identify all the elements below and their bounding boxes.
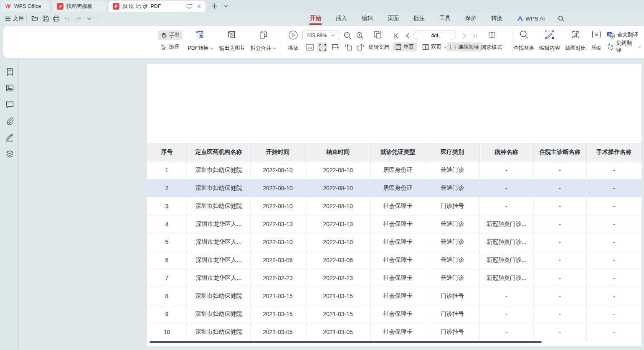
tab-docer-template[interactable]: 找稻壳模板 — [53, 1, 106, 12]
table-cell: 社会保障卡 — [371, 323, 425, 341]
table-cell: 社会保障卡 — [371, 197, 425, 215]
previous-page-button[interactable] — [403, 31, 413, 41]
screenshot-compare-button[interactable]: 截图对比 — [563, 29, 588, 54]
book-icon — [487, 30, 497, 40]
tab-wps-office[interactable]: WPS Office — [1, 1, 49, 12]
play-button[interactable]: 播放 — [284, 29, 302, 54]
table-cell: - — [587, 233, 641, 251]
menu-tab-edit[interactable]: 编辑 — [360, 12, 375, 25]
rotate-pages-icon[interactable] — [373, 30, 383, 40]
table-cell: 社会保障卡 — [371, 251, 425, 269]
menu-tab-convert[interactable]: 转换 — [489, 12, 504, 25]
full-text-translate-button[interactable]: A 字 全文翻译 — [604, 30, 641, 39]
print-icon[interactable] — [51, 13, 62, 23]
pdf-convert-button[interactable]: PDF转换 — [185, 29, 216, 54]
word-translate-button[interactable]: A x 划词翻译 — [604, 42, 644, 51]
table-row: 4深圳市龙华区人...2022-03-132022-03-13社会保障卡普通门诊… — [147, 215, 641, 233]
table-cell: 3 — [147, 197, 187, 215]
divider — [97, 15, 97, 22]
table-cell: 门诊挂号 — [425, 305, 480, 323]
zoom-out-button[interactable] — [342, 31, 352, 41]
find-replace-button[interactable]: 查找替换 — [511, 29, 536, 54]
split-merge-button[interactable]: 拆分合并 — [248, 29, 278, 54]
table-cell: 5 — [147, 233, 187, 251]
open-file-icon[interactable] — [29, 13, 40, 23]
hand-tool-button[interactable]: 手型 — [158, 31, 183, 40]
tab-list-chevron[interactable] — [220, 0, 231, 12]
tab-document-pdf[interactable]: P 就 医 记 录 .PDF — [109, 1, 205, 12]
double-page-button[interactable]: 双页 — [419, 42, 450, 51]
single-page-button[interactable]: 单页 — [393, 42, 417, 51]
table-cell: 2021-03-15 — [305, 287, 371, 305]
table-header-cell: 住院主诊断名称 — [533, 143, 587, 161]
full-translate-icon: A 字 — [607, 31, 615, 38]
next-page-button[interactable] — [459, 31, 469, 41]
quickbar-more-chevron[interactable] — [84, 13, 94, 23]
actual-size-button[interactable]: 1:1 — [305, 42, 315, 52]
divider — [26, 15, 27, 22]
menu-tab-page[interactable]: 页面 — [386, 12, 401, 25]
compress-button[interactable]: 压缩 — [588, 29, 605, 54]
attachments-icon[interactable] — [5, 116, 15, 126]
chevron-down-icon — [638, 46, 641, 48]
read-mode-button[interactable]: 阅读模式 — [481, 44, 502, 51]
first-page-button[interactable] — [391, 31, 401, 41]
table-cell: 深圳市妇幼保健院 — [187, 287, 251, 305]
table-cell: 普通门诊 — [425, 161, 480, 179]
svg-text:字: 字 — [611, 34, 614, 38]
menu-tab-comment[interactable]: 批注 — [412, 12, 426, 25]
table-cell: 2021-03-15 — [305, 305, 371, 323]
menu-tab-home[interactable]: 开始 — [308, 12, 323, 25]
chevron-down-icon — [444, 46, 447, 48]
table-cell: - — [480, 305, 533, 323]
zoom-level-select[interactable]: 105.88% — [302, 31, 339, 40]
layers-icon[interactable] — [5, 149, 15, 159]
page-number-input[interactable]: 4/4 — [413, 31, 456, 40]
screen-share-icon[interactable] — [186, 4, 193, 9]
table-cell: 深圳市妇幼保健院 — [187, 323, 251, 341]
last-page-button[interactable] — [469, 31, 479, 41]
rotate-left-button[interactable] — [343, 42, 353, 52]
fit-page-button[interactable] — [317, 42, 327, 52]
undo-icon[interactable] — [62, 13, 73, 23]
export-as-image-button[interactable]: 输出为图片 — [217, 29, 247, 54]
tab-label: 找稻壳模板 — [66, 3, 93, 10]
table-cell: 2022-03-06 — [251, 251, 305, 269]
menu-tab-wps-ai[interactable]: WPS AI — [515, 12, 547, 25]
table-cell: 深圳市妇幼保健院 — [187, 197, 251, 215]
comments-icon[interactable] — [5, 100, 15, 110]
select-tool-button[interactable]: 选择 — [158, 42, 182, 51]
horizontal-scrollbar[interactable] — [150, 341, 542, 343]
svg-text:x: x — [608, 46, 610, 50]
fit-width-button[interactable] — [330, 42, 340, 52]
save-icon[interactable] — [40, 13, 51, 23]
table-cell: 8 — [147, 287, 187, 305]
table-cell: 2022-03-10 — [251, 233, 305, 251]
signature-pen-icon[interactable] — [5, 132, 15, 142]
rotate-doc-label[interactable]: 旋转文档 — [368, 44, 389, 51]
bookmarks-icon[interactable] — [5, 67, 15, 77]
table-row: 8深圳市妇幼保健院2021-03-152021-03-15社会保障卡门诊挂号--… — [147, 287, 641, 305]
document-view[interactable]: 序号定点医药机构名称开始时间结束时间就诊凭证类型医疗类别病种名称住院主诊断名称手… — [19, 59, 644, 350]
close-tab-icon[interactable] — [197, 4, 201, 9]
table-cell: 深圳市妇幼保健院 — [187, 179, 251, 197]
redo-icon[interactable] — [73, 13, 84, 23]
table-cell: - — [587, 161, 641, 179]
thumbnails-icon[interactable] — [5, 83, 15, 93]
continuous-read-button[interactable]: 连续阅读 — [447, 42, 482, 51]
zoom-in-button[interactable] — [355, 31, 365, 41]
cursor-icon — [161, 44, 167, 50]
menu-tab-protect[interactable]: 保护 — [464, 12, 478, 25]
edit-content-button[interactable]: 编辑内容 — [537, 29, 562, 54]
file-menu-button[interactable]: 文件 — [5, 15, 24, 22]
table-cell: 2022-02-23 — [251, 269, 305, 287]
menu-tab-insert[interactable]: 插入 — [334, 12, 349, 25]
menu-search-icon[interactable] — [558, 15, 564, 22]
table-header-cell: 病种名称 — [480, 143, 533, 161]
menu-tab-tools[interactable]: 工具 — [438, 12, 452, 25]
rotate-right-button[interactable] — [355, 42, 365, 52]
new-tab-button[interactable] — [209, 0, 220, 12]
chevron-down-icon — [331, 34, 335, 37]
table-cell: 2021-03-05 — [305, 323, 371, 341]
table-cell: 门诊挂号 — [425, 323, 480, 341]
